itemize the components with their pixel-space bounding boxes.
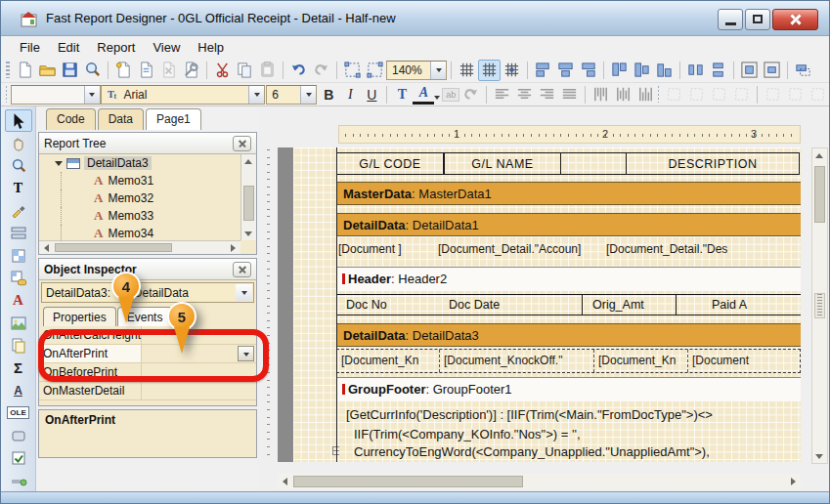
page-settings-button[interactable]: [180, 60, 202, 81]
underline-button[interactable]: U: [361, 84, 382, 105]
scroll-left-icon[interactable]: [278, 475, 291, 487]
font-color-button[interactable]: T: [391, 84, 413, 105]
menu-view[interactable]: View: [144, 38, 189, 57]
fit-to-grid-button[interactable]: [501, 60, 523, 81]
text-align-middle-button[interactable]: [612, 84, 634, 105]
toolbar-grip[interactable]: [6, 62, 10, 78]
expression-line[interactable]: IIF(Trim(<Company_KOInfo."Nos">) = '',: [354, 427, 801, 441]
undo-button[interactable]: [287, 60, 310, 81]
scroll-left-icon[interactable]: [39, 241, 53, 254]
scroll-thumb[interactable]: [55, 243, 172, 252]
zoom-dropdown-icon[interactable]: [430, 62, 446, 79]
text-justify-button[interactable]: [558, 84, 581, 105]
band-detaildata3[interactable]: DetailData: DetailData3: [336, 323, 801, 347]
memo-object[interactable]: Doc No: [336, 295, 439, 315]
frame-right-button[interactable]: [730, 84, 753, 105]
show-grid-button[interactable]: [456, 60, 478, 81]
frame-left-button[interactable]: [708, 84, 730, 105]
memo-glcode[interactable]: G/L CODE: [336, 152, 444, 175]
preview-button[interactable]: [81, 60, 104, 81]
close-button[interactable]: [772, 9, 818, 30]
object-inspector-close-button[interactable]: [233, 262, 251, 277]
scroll-up-icon[interactable]: [241, 154, 255, 167]
ole-object-tool[interactable]: OLE: [5, 401, 32, 424]
subreport-object-tool[interactable]: [5, 334, 32, 357]
text-edit-tool[interactable]: T: [5, 177, 32, 199]
memo-object[interactable]: [Document_Kn: [337, 350, 440, 372]
object-dropdown-icon[interactable]: [236, 284, 252, 301]
new-page-button[interactable]: [112, 60, 135, 81]
text-align-bottom-button[interactable]: [634, 84, 657, 105]
report-tree-close-button[interactable]: [233, 136, 251, 151]
splitter-handle[interactable]: [814, 293, 825, 318]
text-object-tool[interactable]: A: [5, 289, 32, 312]
memo-glname[interactable]: G/L NAME: [444, 152, 561, 175]
scroll-thumb[interactable]: [814, 166, 825, 223]
tab-page1[interactable]: Page1: [146, 108, 201, 130]
style-dropdown-icon[interactable]: [84, 86, 100, 104]
menu-report[interactable]: Report: [88, 38, 144, 57]
font-size-combo[interactable]: 6: [266, 85, 317, 105]
object-selector-combo[interactable]: DetailData3: TfrxDetailData: [41, 282, 254, 303]
space-horizontally-button[interactable]: [684, 60, 707, 81]
text-align-center-button[interactable]: [513, 84, 536, 105]
text-rotation-button[interactable]: ab: [442, 88, 459, 102]
frame-top-button[interactable]: [663, 84, 685, 105]
design-horizontal-scrollbar[interactable]: [278, 474, 801, 489]
gradient-object-tool[interactable]: [5, 469, 32, 491]
scroll-right-icon[interactable]: [787, 475, 801, 487]
event-row-onmasterdetail[interactable]: OnMasterDetail: [39, 382, 256, 400]
text-align-right-button[interactable]: [536, 84, 558, 105]
align-middles-button[interactable]: [631, 60, 653, 81]
expression-line[interactable]: [GetCurrInfo('Description')] : [IIF(Trim…: [346, 407, 801, 422]
format-painter-tool[interactable]: [5, 199, 32, 222]
insert-band-tool[interactable]: [5, 222, 32, 244]
memo-object[interactable]: Paid A: [676, 295, 801, 315]
scroll-down-icon[interactable]: [812, 450, 826, 463]
hand-tool[interactable]: [5, 132, 32, 154]
tree-node-memo34[interactable]: AMemo34: [39, 225, 240, 240]
band-groupfooter1[interactable]: GroupFooter: GroupFooter1: [336, 377, 801, 401]
align-tops-button[interactable]: [608, 60, 631, 81]
tree-node-memo31[interactable]: AMemo31: [39, 172, 240, 189]
align-lefts-button[interactable]: [532, 60, 554, 81]
frame-bottom-button[interactable]: [685, 84, 708, 105]
memo-empty[interactable]: [561, 152, 626, 175]
frame-edit-button[interactable]: [807, 84, 829, 105]
same-size-button[interactable]: [792, 60, 814, 81]
band-header2[interactable]: Header: Header2: [336, 267, 801, 291]
memo-object[interactable]: [Document_Detail."Accoun]: [438, 239, 606, 259]
tree-node-memo32[interactable]: AMemo32: [39, 189, 240, 207]
minimize-button[interactable]: [718, 9, 743, 30]
new-dialog-page-button[interactable]: [135, 60, 157, 81]
font-size-dropdown-icon[interactable]: [300, 86, 316, 104]
memo-object[interactable]: [Document: [688, 350, 800, 372]
memo-description[interactable]: DESCRIPTION: [626, 152, 800, 175]
checkbox-object-tool[interactable]: [5, 446, 32, 469]
band-detaildata1[interactable]: DetailData: DetailData1: [336, 213, 801, 236]
memo-object[interactable]: [Document_KnockOff.": [440, 350, 594, 372]
tree-horizontal-scrollbar[interactable]: [39, 240, 240, 254]
scroll-thumb[interactable]: [293, 476, 523, 487]
tab-data[interactable]: Data: [98, 108, 144, 130]
highlight-dropdown-icon[interactable]: [434, 96, 440, 103]
expander-icon[interactable]: [55, 161, 63, 166]
picture-object-tool[interactable]: [5, 312, 32, 334]
center-vertically-button[interactable]: [761, 60, 783, 81]
memo-object[interactable]: Doc Date: [439, 295, 582, 315]
zoom-combo[interactable]: 140%: [386, 61, 447, 80]
report-object-tool[interactable]: [5, 244, 32, 267]
scroll-up-icon[interactable]: [812, 148, 826, 161]
save-report-button[interactable]: [59, 60, 81, 81]
tree-node-memo33[interactable]: AMemo33: [39, 207, 240, 225]
align-centers-button[interactable]: [554, 60, 577, 81]
font-name-combo[interactable]: Tt Arial: [101, 85, 265, 105]
tree-node-detaildata3[interactable]: DetailData3: [39, 154, 240, 172]
select-tool[interactable]: [5, 109, 32, 132]
menu-edit[interactable]: Edit: [49, 38, 88, 57]
band-masterdata1[interactable]: MasterData: MasterData1: [336, 182, 801, 205]
frame-all-button[interactable]: [762, 84, 784, 105]
highlight-color-button[interactable]: A: [413, 85, 434, 105]
design-vertical-scrollbar[interactable]: [811, 147, 828, 464]
memo-object[interactable]: [Document ]: [338, 239, 438, 259]
